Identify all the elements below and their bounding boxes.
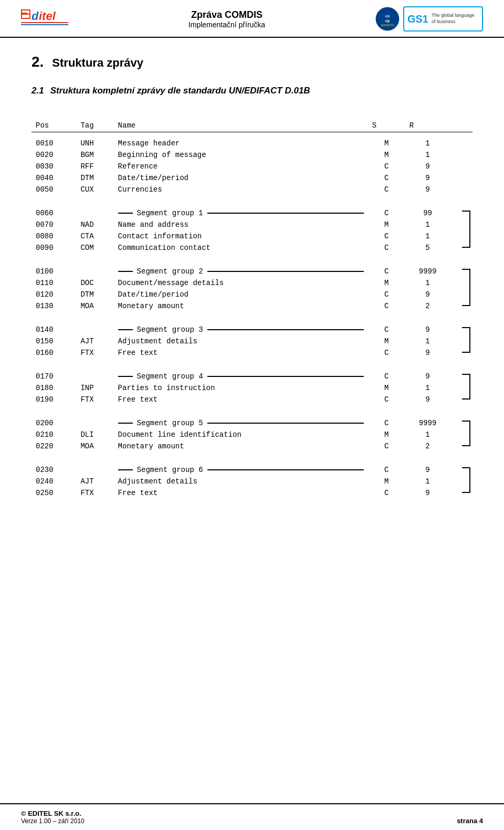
cell-r: 1	[405, 219, 450, 230]
cell-name: Message header	[114, 138, 368, 149]
svg-rect-2	[22, 15, 29, 18]
cell-tag: NAD	[76, 219, 113, 230]
table-row	[32, 405, 472, 413]
table-row: 0140Segment group 3C9	[32, 319, 472, 335]
cell-tag	[76, 261, 113, 277]
cell-pos: 0210	[32, 429, 76, 440]
cell-s: C	[368, 203, 405, 219]
table-row: 0230Segment group 6C9	[32, 459, 472, 476]
table-row: 0030RFFReferenceC9	[32, 161, 472, 172]
cell-s: C	[368, 289, 405, 300]
cell-pos: 0110	[32, 277, 76, 289]
svg-text:d: d	[32, 9, 39, 23]
table-row: 0100Segment group 2C9999	[32, 261, 472, 277]
logo-right: co op JEDNOTA GS1 The global language of…	[375, 6, 483, 31]
cell-r: 9999	[405, 413, 450, 429]
cell-name: Currencies	[114, 184, 368, 195]
cell-name: Segment group 2	[114, 261, 368, 277]
table-row: 0020BGMBeginning of messageM1	[32, 149, 472, 161]
footer-left: © EDITEL SK s.r.o. Verze 1.00 – září 201…	[21, 810, 85, 825]
header-name: Name	[114, 119, 368, 132]
structure-table: Pos Tag Name S R 0010UNHMessage headerM1…	[32, 119, 472, 499]
cell-r: 9	[405, 487, 450, 499]
cell-s: C	[368, 413, 405, 429]
table-row: 0070NADName and addressM1	[32, 219, 472, 230]
table-row: 0210DLIDocument line identificationM1	[32, 429, 472, 440]
cell-r: 1	[405, 277, 450, 289]
cell-s: C	[368, 347, 405, 359]
cell-bracket	[450, 382, 472, 394]
cell-pos: 0060	[32, 203, 76, 219]
cell-name: Date/time/period	[114, 172, 368, 184]
cell-bracket	[450, 366, 472, 382]
cell-tag: CUX	[76, 184, 113, 195]
subsection-title: Struktura kompletní zprávy dle standardu…	[50, 86, 310, 96]
cell-s: C	[368, 161, 405, 172]
section-number: 2.	[32, 54, 44, 70]
cell-pos: 0070	[32, 219, 76, 230]
cell-r: 9	[405, 289, 450, 300]
cell-name: Segment group 4	[114, 366, 368, 382]
cell-bracket	[450, 429, 472, 440]
cell-bracket	[450, 161, 472, 172]
cell-r: 9	[405, 366, 450, 382]
svg-rect-7	[21, 24, 68, 25]
cell-s: M	[368, 429, 405, 440]
page-header: d itel Zpráva COMDIS Implementační příru…	[0, 0, 504, 38]
cell-r: 5	[405, 242, 450, 254]
cell-tag	[76, 366, 113, 382]
cell-r: 9	[405, 459, 450, 476]
cell-s: C	[368, 487, 405, 499]
table-row	[32, 195, 472, 203]
table-row: 0110DOCDocument/message detailsM1	[32, 277, 472, 289]
cell-name: Date/time/period	[114, 289, 368, 300]
cell-r: 9	[405, 172, 450, 184]
cell-name: Document line identification	[114, 429, 368, 440]
cell-bracket	[450, 172, 472, 184]
table-row: 0220MOAMonetary amountC2	[32, 440, 472, 452]
cell-pos: 0050	[32, 184, 76, 195]
table-row: 0080CTAContact informationC1	[32, 230, 472, 242]
cell-bracket	[450, 219, 472, 230]
cell-s: M	[368, 277, 405, 289]
table-row: 0170Segment group 4C9	[32, 366, 472, 382]
table-row: 0060Segment group 1C99	[32, 203, 472, 219]
footer-page: strana 4	[457, 817, 483, 825]
footer-page-label: strana	[457, 817, 479, 825]
cell-s: C	[368, 366, 405, 382]
cell-tag: MOA	[76, 300, 113, 312]
cell-name: Name and address	[114, 219, 368, 230]
cell-bracket	[450, 319, 472, 335]
table-row: 0050CUXCurrenciesC9	[32, 184, 472, 195]
cell-pos: 0220	[32, 440, 76, 452]
cell-name: Parties to instruction	[114, 382, 368, 394]
header-title-main: Zpráva COMDIS	[188, 9, 265, 20]
cell-name: Free text	[114, 347, 368, 359]
cell-tag: DLI	[76, 429, 113, 440]
cell-r: 9999	[405, 261, 450, 277]
subsection-number: 2.1	[32, 86, 44, 96]
cell-tag: UNH	[76, 138, 113, 149]
gs1-logo-text: GS1	[407, 13, 428, 25]
header-r: R	[405, 119, 450, 132]
table-header-row: Pos Tag Name S R	[32, 119, 472, 132]
cell-bracket	[450, 335, 472, 347]
cell-r: 9	[405, 394, 450, 405]
cell-name: Free text	[114, 487, 368, 499]
cell-bracket	[450, 230, 472, 242]
cell-tag: AJT	[76, 335, 113, 347]
cell-pos: 0100	[32, 261, 76, 277]
cell-bracket	[450, 149, 472, 161]
cell-s: M	[368, 219, 405, 230]
cell-s: M	[368, 149, 405, 161]
cell-pos: 0180	[32, 382, 76, 394]
cell-bracket	[450, 184, 472, 195]
cell-r: 1	[405, 382, 450, 394]
header-pos: Pos	[32, 119, 76, 132]
cell-name: Segment group 3	[114, 319, 368, 335]
cell-pos: 0230	[32, 459, 76, 476]
cell-r: 1	[405, 476, 450, 487]
cell-bracket	[450, 487, 472, 499]
cell-pos: 0120	[32, 289, 76, 300]
cell-tag: FTX	[76, 394, 113, 405]
